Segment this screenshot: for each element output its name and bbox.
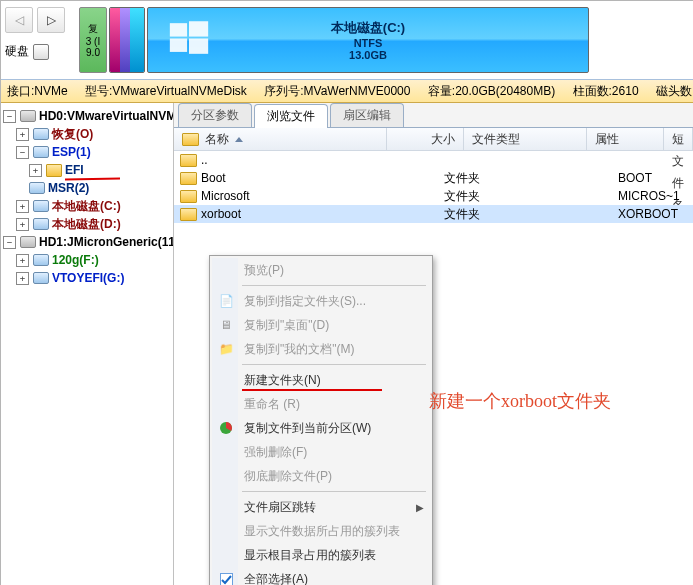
- svg-rect-5: [220, 573, 232, 585]
- tree-esp[interactable]: − ESP(1): [1, 143, 173, 161]
- info-serial: 序列号:MVaWerNMVE0000: [264, 84, 410, 98]
- expand-icon[interactable]: +: [16, 254, 29, 267]
- volume-icon: [33, 200, 49, 212]
- ctx-cluster-list: 显示文件数据所占用的簇列表: [212, 519, 430, 543]
- right-panel: 分区参数 浏览文件 扇区编辑 名称 大小 文件类型 属性 短文件名 ..: [174, 103, 693, 585]
- list-item[interactable]: Boot 文件夹BOOT: [174, 169, 693, 187]
- volume-icon: [33, 218, 49, 230]
- ctx-preview: 预览(P): [212, 258, 430, 282]
- ctx-copy-to: 📄复制到指定文件夹(S)...: [212, 289, 430, 313]
- pie-icon: [218, 420, 234, 436]
- copy-icon: 📄: [218, 293, 234, 309]
- column-headers: 名称 大小 文件类型 属性 短文件名: [174, 128, 693, 151]
- ctx-new-folder[interactable]: 新建文件夹(N): [212, 368, 430, 392]
- nav-back-button[interactable]: ◁: [5, 7, 33, 33]
- documents-icon: 📁: [218, 341, 234, 357]
- collapse-icon[interactable]: −: [3, 110, 16, 123]
- expand-icon[interactable]: +: [16, 218, 29, 231]
- desktop-icon: 🖥: [218, 317, 234, 333]
- submenu-arrow-icon: ▶: [416, 502, 424, 513]
- disk-selector[interactable]: 硬盘: [5, 43, 75, 60]
- file-list: .. Boot 文件夹BOOT Microsoft 文件夹MICROS~1 xo…: [174, 151, 693, 585]
- volume-icon: [33, 272, 49, 284]
- ctx-copy-desktop: 🖥复制到"桌面"(D): [212, 313, 430, 337]
- tree-120g-f[interactable]: + 120g(F:): [1, 251, 173, 269]
- app-window: ◁ ▷ 硬盘 复 3 (I 9.0 本地磁: [0, 0, 693, 585]
- info-cylinders: 柱面数:2610: [573, 84, 639, 98]
- list-item-selected[interactable]: xorboot 文件夹XORBOOT: [174, 205, 693, 223]
- checkbox-icon: [218, 571, 234, 585]
- folder-icon: [180, 190, 197, 203]
- nav-arrows: ◁ ▷ 硬盘: [1, 1, 79, 79]
- folder-icon: [46, 164, 62, 177]
- col-attr[interactable]: 属性: [587, 128, 664, 150]
- ctx-copy-documents: 📁复制到"我的文档"(M): [212, 337, 430, 361]
- svg-rect-1: [189, 21, 208, 36]
- folder-icon: [182, 133, 199, 146]
- windows-logo-icon: [166, 16, 212, 65]
- tab-browse-files[interactable]: 浏览文件: [254, 104, 328, 128]
- ctx-rename: 重命名 (R): [212, 392, 430, 416]
- main-split: − HD0:VMwareVirtualNVMeDisk + 恢复(O) −: [1, 103, 693, 585]
- collapse-icon[interactable]: −: [3, 236, 16, 249]
- disk-overview-bar: ◁ ▷ 硬盘 复 3 (I 9.0 本地磁: [1, 1, 693, 80]
- volume-recover[interactable]: 复 3 (I 9.0: [79, 7, 107, 73]
- disk-icon: [20, 236, 36, 248]
- disk-tree: − HD0:VMwareVirtualNVMeDisk + 恢复(O) −: [1, 103, 174, 585]
- tree-local-d[interactable]: + 本地磁盘(D:): [1, 215, 173, 233]
- expand-icon[interactable]: +: [16, 128, 29, 141]
- volume-extra[interactable]: [130, 8, 144, 72]
- volume-c-fs: NTFS: [354, 37, 383, 49]
- list-item[interactable]: Microsoft 文件夹MICROS~1: [174, 187, 693, 205]
- ctx-full-delete: 彻底删除文件(P): [212, 464, 430, 488]
- ctx-sector-jump[interactable]: 文件扇区跳转▶: [212, 495, 430, 519]
- list-up[interactable]: ..: [174, 151, 693, 169]
- disk-icon: [20, 110, 36, 122]
- volume-c-size: 13.0GB: [349, 49, 387, 61]
- sort-asc-icon: [235, 137, 243, 142]
- volume-c[interactable]: 本地磁盘(C:) NTFS 13.0GB: [147, 7, 589, 73]
- col-type[interactable]: 文件类型: [464, 128, 587, 150]
- tree-hd0[interactable]: − HD0:VMwareVirtualNVMeDisk: [1, 107, 173, 125]
- nav-forward-button[interactable]: ▷: [37, 7, 65, 33]
- folder-up-icon: [180, 154, 197, 167]
- disk-info-strip: 接口:NVMe 型号:VMwareVirtualNVMeDisk 序列号:MVa…: [1, 80, 693, 103]
- svg-rect-0: [170, 23, 187, 36]
- volume-icon: [33, 146, 49, 158]
- tree-recover[interactable]: + 恢复(O): [1, 125, 173, 143]
- svg-rect-2: [170, 39, 187, 52]
- col-size[interactable]: 大小: [387, 128, 464, 150]
- info-heads: 磁头数:255: [656, 84, 693, 98]
- ctx-copy-to-partition[interactable]: 复制文件到当前分区(W): [212, 416, 430, 440]
- annotation-underline: [242, 389, 382, 391]
- expand-icon[interactable]: +: [29, 164, 42, 177]
- expand-icon[interactable]: +: [16, 200, 29, 213]
- volume-icon: [33, 254, 49, 266]
- info-interface: 接口:NVMe: [7, 84, 68, 98]
- context-menu: 预览(P) 📄复制到指定文件夹(S)... 🖥复制到"桌面"(D) 📁复制到"我…: [209, 255, 433, 585]
- expand-icon[interactable]: +: [16, 272, 29, 285]
- col-short[interactable]: 短文件名: [664, 128, 693, 150]
- tree-msr[interactable]: MSR(2): [1, 179, 173, 197]
- collapse-icon[interactable]: −: [16, 146, 29, 159]
- tree-hd1[interactable]: − HD1:JMicronGeneric(112GB): [1, 233, 173, 251]
- tab-partition-params[interactable]: 分区参数: [178, 103, 252, 127]
- svg-rect-3: [189, 39, 208, 54]
- col-name[interactable]: 名称: [174, 128, 387, 150]
- tab-sector-edit[interactable]: 扇区编辑: [330, 103, 404, 127]
- volume-tiny-group[interactable]: [109, 7, 145, 73]
- ctx-select-all[interactable]: 全部选择(A): [212, 567, 430, 585]
- tree-vtoyefi-g[interactable]: + VTOYEFI(G:): [1, 269, 173, 287]
- disk-selector-icon: [33, 44, 49, 60]
- info-model: 型号:VMwareVirtualNVMeDisk: [85, 84, 247, 98]
- ctx-force-delete: 强制删除(F): [212, 440, 430, 464]
- volume-msr[interactable]: [120, 8, 130, 72]
- tree-efi[interactable]: + EFI: [1, 161, 173, 179]
- volume-esp[interactable]: [110, 8, 120, 72]
- volume-c-title: 本地磁盘(C:): [331, 19, 405, 37]
- volume-icon: [29, 182, 45, 194]
- info-capacity: 容量:20.0GB(20480MB): [428, 84, 555, 98]
- ctx-root-cluster-list[interactable]: 显示根目录占用的簇列表: [212, 543, 430, 567]
- disk-selector-label: 硬盘: [5, 43, 29, 60]
- tree-local-c[interactable]: + 本地磁盘(C:): [1, 197, 173, 215]
